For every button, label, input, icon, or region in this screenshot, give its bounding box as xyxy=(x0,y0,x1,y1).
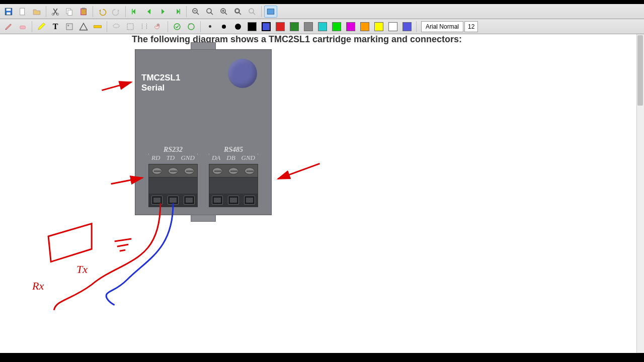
color-swatch-5[interactable] xyxy=(330,21,343,33)
vertical-scrollbar[interactable] xyxy=(636,34,644,353)
toolbar-divider xyxy=(32,21,32,32)
svg-line-24 xyxy=(239,12,242,15)
copy-button[interactable] xyxy=(63,6,76,18)
color-swatch-9[interactable] xyxy=(386,21,399,33)
ruler-tool[interactable] xyxy=(91,21,104,33)
image-tool[interactable] xyxy=(63,21,76,33)
annotation-tx: Tx xyxy=(76,263,88,276)
toolbar-divider xyxy=(200,21,201,32)
module-clip-bottom xyxy=(191,215,216,222)
zoom-reset-button[interactable] xyxy=(246,6,259,18)
pin-label: RD xyxy=(151,154,160,162)
color-black[interactable] xyxy=(246,21,259,33)
stroke-medium[interactable] xyxy=(217,21,230,33)
terminal-block-left xyxy=(148,164,198,207)
svg-rect-28 xyxy=(267,9,274,14)
toolbar-divider xyxy=(416,21,417,32)
main-toolbar xyxy=(0,4,644,19)
connector-rs485: RS485 DA DB GND xyxy=(209,149,258,207)
text-tool[interactable]: T xyxy=(49,21,62,33)
color-swatch-3[interactable] xyxy=(302,21,315,33)
annotation-layer xyxy=(0,34,644,353)
color-swatch-8[interactable] xyxy=(372,21,385,33)
color-swatch-10[interactable] xyxy=(400,21,414,33)
svg-line-27 xyxy=(253,12,256,15)
toolbar-divider xyxy=(46,6,46,17)
svg-point-37 xyxy=(174,24,180,30)
fullscreen-button[interactable] xyxy=(264,6,277,18)
last-page-button[interactable] xyxy=(171,6,184,18)
prev-page-button[interactable] xyxy=(142,6,155,18)
svg-rect-25 xyxy=(236,9,239,12)
canvas-area[interactable]: The following diagram shows a TMC2SL1 ca… xyxy=(0,34,644,353)
zoom-selection-button[interactable] xyxy=(231,6,245,18)
color-swatch-0[interactable] xyxy=(260,21,273,33)
module-sub: Serial xyxy=(141,83,180,93)
svg-point-31 xyxy=(67,25,69,26)
font-size-field[interactable]: 12 xyxy=(464,21,478,32)
color-swatch-2[interactable] xyxy=(288,21,301,33)
recognize-shape-button[interactable] xyxy=(185,21,198,33)
svg-rect-10 xyxy=(81,9,87,15)
zoom-out-button[interactable] xyxy=(189,6,202,18)
svg-point-33 xyxy=(113,24,119,28)
toolbar-divider xyxy=(261,6,262,17)
font-name-field[interactable]: Arial Normal xyxy=(421,21,463,32)
scrollbar-thumb[interactable] xyxy=(637,35,643,106)
svg-rect-3 xyxy=(20,8,25,15)
color-swatch-1[interactable] xyxy=(274,21,287,33)
color-swatch-4[interactable] xyxy=(316,21,329,33)
zoom-fit-button[interactable] xyxy=(203,6,216,18)
color-swatch-6[interactable] xyxy=(344,21,357,33)
window-blackbar-bottom xyxy=(0,353,644,362)
pin-label: TD xyxy=(167,154,175,162)
svg-line-15 xyxy=(197,12,199,15)
next-page-button[interactable] xyxy=(156,6,170,18)
color-swatch-7[interactable] xyxy=(358,21,371,33)
new-button[interactable] xyxy=(16,6,29,18)
select-rect-tool[interactable] xyxy=(124,21,137,33)
conn-title-right: RS485 xyxy=(209,146,258,154)
window-blackbar-top xyxy=(0,0,644,4)
svg-line-44 xyxy=(120,250,125,251)
svg-line-41 xyxy=(278,163,319,178)
svg-line-43 xyxy=(117,244,128,246)
zoom-in-button[interactable] xyxy=(217,6,230,18)
stroke-thick[interactable] xyxy=(231,21,245,33)
redo-button[interactable] xyxy=(110,6,123,18)
save-button[interactable] xyxy=(2,6,15,18)
svg-rect-30 xyxy=(66,24,72,30)
recognize-default-button[interactable] xyxy=(171,21,184,33)
toolbar-divider xyxy=(93,6,93,17)
paste-button[interactable] xyxy=(77,6,90,18)
shape-tool[interactable] xyxy=(77,21,90,33)
pin-label: DA xyxy=(212,154,220,162)
stroke-thin[interactable] xyxy=(203,21,216,33)
eraser-tool[interactable] xyxy=(16,21,29,33)
pin-label: GND xyxy=(242,154,255,162)
pin-label: GND xyxy=(181,154,194,162)
toolbar-divider xyxy=(107,21,107,32)
hand-tool[interactable] xyxy=(152,21,165,33)
module-led-indicator xyxy=(228,59,257,88)
undo-button[interactable] xyxy=(96,6,109,18)
pen-tool[interactable] xyxy=(2,21,15,33)
svg-rect-13 xyxy=(180,9,181,14)
highlighter-tool[interactable] xyxy=(35,21,48,33)
module-clip-top xyxy=(191,42,216,50)
lasso-tool[interactable] xyxy=(110,21,123,33)
svg-line-42 xyxy=(115,239,131,241)
dot-icon xyxy=(235,24,241,30)
svg-line-18 xyxy=(211,12,213,15)
pin-label: DB xyxy=(226,154,235,162)
svg-rect-11 xyxy=(82,8,85,9)
open-button[interactable] xyxy=(30,6,43,18)
page-caption: The following diagram shows a TMC2SL1 ca… xyxy=(132,34,462,45)
svg-rect-29 xyxy=(20,26,26,29)
svg-rect-32 xyxy=(94,25,102,28)
cut-button[interactable] xyxy=(49,6,62,18)
toolbar-divider xyxy=(168,21,168,32)
first-page-button[interactable] xyxy=(128,6,141,18)
conn-title-left: RS232 xyxy=(148,146,198,154)
vertical-space-tool[interactable] xyxy=(138,21,151,33)
